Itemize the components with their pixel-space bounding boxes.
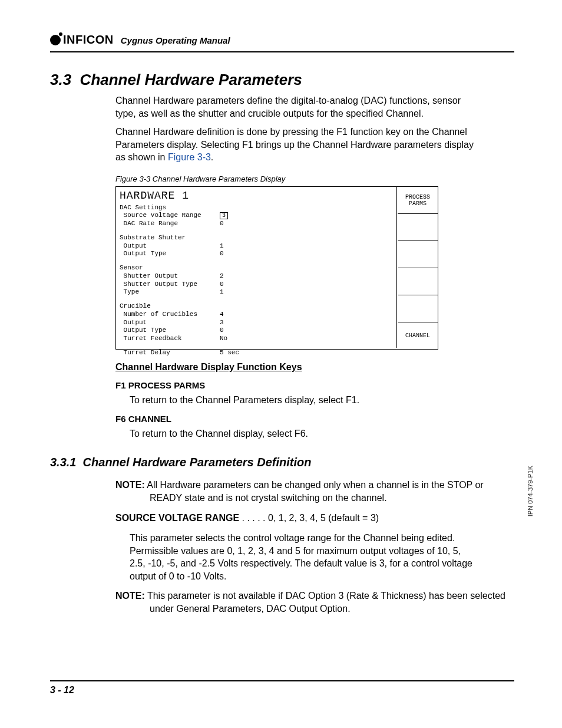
hw-row-label: Output Type [120, 327, 220, 335]
section-title: Channel Hardware Parameters [80, 71, 302, 88]
figure-link[interactable]: Figure 3-3 [168, 152, 211, 162]
hardware-title: HARDWARE 1 [116, 187, 396, 204]
hw-row-label: Output [120, 242, 220, 251]
hw-side-button-empty [398, 295, 438, 322]
hw-side-button-process[interactable]: PROCESS PARMS [398, 187, 438, 214]
hw-row-label: DAC Rate Range [120, 220, 220, 228]
hw-side-button-channel[interactable]: CHANNEL [398, 322, 438, 349]
hw-row-label: Shutter Output [120, 272, 220, 281]
hw-row-label: Number of Crucibles [120, 311, 220, 319]
hw-row: Output3 [120, 319, 393, 327]
hw-row-label: Output Type [120, 250, 220, 258]
hw-row: Output Type0 [120, 250, 393, 258]
hw-row-label: Source Voltage Range [120, 212, 220, 220]
hw-row: Type1 [120, 288, 393, 297]
hw-group-header: Substrate Shutter [120, 234, 393, 242]
logo-mark-icon [50, 35, 61, 45]
page-footer: 3 - 12 [50, 680, 514, 696]
hw-row-label: Type [120, 288, 220, 297]
hw-row-value: No [220, 335, 227, 343]
section-heading: 3.3 Channel Hardware Parameters [50, 71, 302, 89]
hw-row: DAC Rate Range0 [120, 220, 393, 228]
hw-row-value: 3 [220, 319, 224, 327]
hw-row-value: 1 [220, 288, 224, 297]
hw-row-label: Turret Feedback [120, 335, 220, 343]
para-2: Channel Hardware definition is done by p… [115, 126, 475, 164]
hw-row: Shutter Output Type0 [120, 281, 393, 289]
hw-row-value: 4 [220, 311, 224, 319]
hw-row-value: 0 [220, 327, 224, 335]
manual-title: Cygnus Operating Manual [121, 35, 230, 45]
page-header: INFICON Cygnus Operating Manual [50, 33, 514, 52]
hw-group-header: Crucible [120, 302, 393, 311]
hardware-side-buttons: PROCESS PARMSCHANNEL [398, 187, 438, 348]
hw-group-header: DAC Settings [120, 204, 393, 212]
hw-group-header: Sensor [120, 264, 393, 272]
note-2: NOTE: This parameter is not available if… [115, 589, 509, 615]
f1-label: F1 PROCESS PARMS [115, 380, 205, 390]
hw-value-selected: 3 [220, 212, 228, 219]
hw-row: Number of Crucibles4 [120, 311, 393, 319]
hw-row: Source Voltage Range3 [120, 212, 393, 220]
hw-row: Output Type0 [120, 327, 393, 335]
hw-row: Turret Delay5 sec [120, 349, 393, 357]
document-code: IPN 074-379-P1K [527, 466, 534, 516]
hw-row-value: 3 [220, 212, 228, 220]
hardware-display-figure: HARDWARE 1 DAC Settings Source Voltage R… [115, 186, 438, 350]
hardware-main-panel: HARDWARE 1 DAC Settings Source Voltage R… [116, 187, 397, 348]
page-number: 3 - 12 [50, 685, 74, 695]
f6-label: F6 CHANNEL [115, 414, 171, 424]
hw-row-value: 2 [220, 272, 224, 281]
hw-row-value: 5 sec [220, 349, 239, 357]
f1-description: To return to the Channel Parameters disp… [130, 395, 471, 406]
param-description: This parameter selects the control volta… [130, 532, 474, 582]
section-number: 3.3 [50, 71, 71, 88]
subsection-heading: 3.3.1 Channel Hardware Parameters Defini… [50, 456, 312, 469]
hw-row-value: 0 [220, 250, 224, 258]
hw-row-value: 0 [220, 281, 224, 289]
hw-side-button-empty [398, 214, 438, 241]
note-1: NOTE: All Hardware parameters can be cha… [115, 479, 509, 504]
para-1: Channel Hardware parameters define the d… [115, 94, 475, 120]
hw-row: Output1 [120, 242, 393, 251]
function-keys-heading: Channel Hardware Display Function Keys [115, 362, 302, 373]
hw-row-label: Turret Delay [120, 349, 220, 357]
figure-caption: Figure 3-3 Channel Hardware Parameters D… [115, 174, 285, 183]
hw-row-value: 0 [220, 220, 224, 228]
hw-row: Turret FeedbackNo [120, 335, 393, 343]
hw-row-label: Output [120, 319, 220, 327]
brand-logo: INFICON [50, 33, 114, 47]
hw-row: Shutter Output2 [120, 272, 393, 281]
param-heading: SOURCE VOLTAGE RANGE . . . . . 0, 1, 2, … [115, 513, 475, 523]
hw-row-label: Shutter Output Type [120, 281, 220, 289]
brand-text: INFICON [63, 33, 114, 47]
hw-side-button-empty [398, 241, 438, 268]
f6-description: To return to the Channel display, select… [130, 429, 471, 439]
hw-side-button-empty [398, 268, 438, 295]
hw-row-value: 1 [220, 242, 224, 251]
